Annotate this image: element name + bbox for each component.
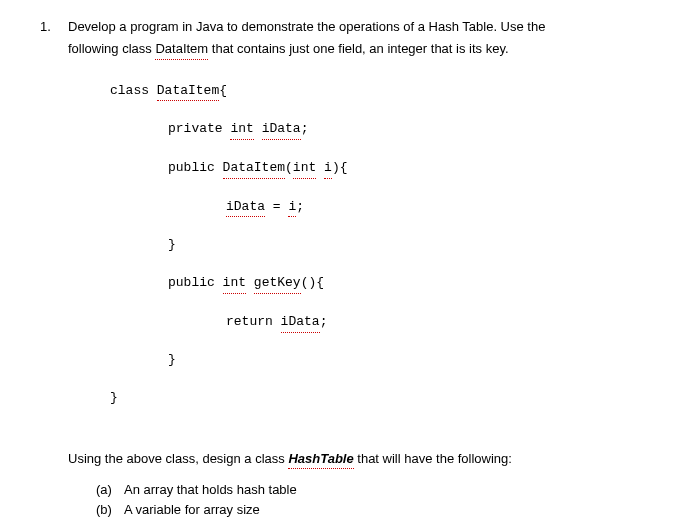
code-line-8: } [110,351,650,370]
code-line-3: public DataItem(int i){ [110,159,650,179]
sq: iData [262,120,301,140]
code-line-5: } [110,236,650,255]
sq: iData [226,198,265,218]
sq: getKey [254,274,301,294]
t [316,160,324,175]
list-item: (a) An array that holds hash table [96,481,650,500]
code-line-2: private int iData; [110,120,650,140]
t [254,121,262,136]
t: return [226,314,281,329]
list-text: A variable for array size [124,501,650,517]
t: ( [285,160,293,175]
sq: int [293,159,316,179]
sq: int [223,274,246,294]
t: ){ [332,160,348,175]
problem-container: 1. Develop a program in Java to demonstr… [40,18,650,517]
sq: i [324,159,332,179]
sq: DataItem [157,82,219,102]
subtext: Using the above class, design a class Ha… [68,450,650,470]
code-line-6: public int getKey(){ [110,274,650,294]
problem-number: 1. [40,18,68,517]
intro-line-2: following class DataItem that contains j… [68,40,650,60]
t: (){ [301,275,324,290]
hashtable-word: HashTable [288,450,353,470]
t: ; [296,199,304,214]
intro-2a: following class [68,41,155,56]
problem-content: Develop a program in Java to demonstrate… [68,18,650,517]
t [246,275,254,290]
sq: iData [281,313,320,333]
code-block: class DataItem{ private int iData; publi… [110,63,650,446]
intro-line-1: Develop a program in Java to demonstrate… [68,18,650,37]
t: public [168,160,223,175]
list-label: (b) [96,501,124,517]
sub-1a: Using the above class, design a class [68,451,288,466]
sub-1c: that will have the following: [354,451,512,466]
intro-2c: that contains just one field, an integer… [208,41,508,56]
requirements-list: (a) An array that holds hash table (b) A… [96,481,650,517]
t: private [168,121,230,136]
t: public [168,275,223,290]
code-line-4: iData = i; [110,198,650,218]
t: ; [301,121,309,136]
code-line-9: } [110,389,650,408]
list-label: (a) [96,481,124,500]
t: { [219,83,227,98]
list-text: An array that holds hash table [124,481,650,500]
sq: int [230,120,253,140]
t: ; [320,314,328,329]
dataitem-word: DataItem [155,40,208,60]
list-item: (b) A variable for array size [96,501,650,517]
sq: DataItem [223,159,285,179]
code-line-1: class DataItem{ [110,82,650,102]
t: = [265,199,288,214]
code-line-7: return iData; [110,313,650,333]
t: class [110,83,157,98]
